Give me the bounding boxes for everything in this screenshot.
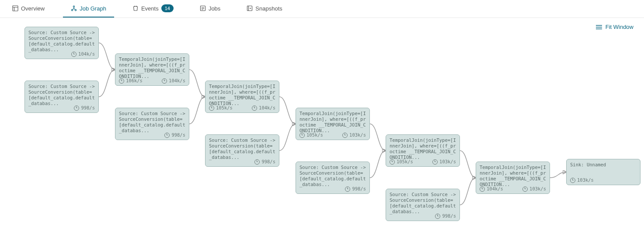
events-badge: 14 [161, 4, 174, 12]
node-title: Source: Custom Source -> SourceConversio… [119, 111, 185, 134]
tab-jobs[interactable]: Jobs [192, 0, 228, 18]
tab-label: Job Graph [80, 5, 106, 12]
clock-icon [74, 105, 79, 111]
graph-node-temporal-join[interactable]: TemporalJoin(joinType=[InnerJoin], where… [476, 162, 550, 194]
tabs-bar: Overview Job Graph Events 14 Jobs [0, 0, 644, 18]
overview-icon [12, 5, 18, 11]
tab-label: Jobs [209, 5, 220, 12]
clock-icon [435, 214, 440, 219]
events-icon [132, 5, 139, 11]
graph-node-temporal-join[interactable]: TemporalJoin(joinType=[InnerJoin], where… [296, 108, 370, 140]
node-rate-in: 105k/s [216, 105, 233, 111]
svg-rect-5 [247, 6, 252, 11]
node-title: Source: Custom Source -> SourceConversio… [299, 165, 366, 187]
tab-job-graph[interactable]: Job Graph [63, 0, 114, 18]
node-rate-out: 998/s [261, 159, 275, 165]
node-title: Source: Custom Source -> SourceConversio… [28, 84, 95, 106]
tab-label: Events [141, 5, 159, 12]
node-rate-in: 104k/s [487, 186, 503, 192]
clock-icon [480, 186, 485, 192]
node-rate-out: 998/s [442, 213, 456, 219]
clock-icon [254, 159, 260, 165]
graph-node-source[interactable]: Source: Custom Source -> SourceConversio… [205, 134, 279, 167]
node-rate-out: 103k/s [439, 159, 456, 165]
node-title: TemporalJoin(joinType=[InnerJoin], where… [480, 165, 546, 187]
clock-icon [252, 105, 257, 111]
node-title: Source: Custom Source -> SourceConversio… [390, 192, 456, 214]
graph-node-source[interactable]: Source: Custom Source -> SourceConversio… [296, 162, 370, 194]
graph-node-sink[interactable]: Sink: Unnamed 103k/s [566, 159, 641, 185]
node-rate-in: 106k/s [126, 78, 143, 84]
node-rate-out: 998/s [171, 132, 185, 138]
graph-canvas[interactable]: Fit Window Source: Custom Source -> Sour… [0, 18, 644, 225]
node-title: TemporalJoin(joinType=[InnerJoin], where… [209, 84, 275, 106]
graph-node-temporal-join[interactable]: TemporalJoin(joinType=[InnerJoin], where… [205, 81, 279, 113]
graph-node-temporal-join[interactable]: TemporalJoin(joinType=[InnerJoin], where… [115, 53, 189, 86]
node-rate-out: 103k/s [529, 186, 546, 192]
node-rate-out: 104k/s [169, 78, 185, 84]
clock-icon [71, 52, 77, 57]
svg-rect-0 [13, 6, 18, 11]
clock-icon [209, 105, 214, 111]
fit-window-button[interactable]: Fit Window [596, 24, 634, 30]
clock-icon [299, 133, 305, 138]
clock-icon [162, 78, 167, 84]
graph-node-temporal-join[interactable]: TemporalJoin(joinType=[InnerJoin], where… [386, 134, 460, 167]
clock-icon [390, 159, 395, 165]
clock-icon [432, 159, 438, 165]
clock-icon [342, 133, 348, 138]
jobs-icon [200, 5, 206, 11]
tab-events[interactable]: Events 14 [125, 0, 181, 18]
snapshots-icon [247, 5, 253, 11]
tab-label: Overview [21, 5, 45, 12]
graph-node-source[interactable]: Source: Custom Source -> SourceConversio… [24, 27, 99, 59]
svg-point-1 [73, 6, 75, 7]
clock-icon [570, 178, 575, 183]
graph-node-source[interactable]: Source: Custom Source -> SourceConversio… [386, 189, 460, 221]
clock-icon [345, 186, 350, 192]
node-rate-out: 103k/s [349, 132, 366, 138]
node-title: TemporalJoin(joinType=[InnerJoin], where… [119, 56, 185, 79]
clock-icon [522, 186, 528, 192]
node-rate-in: 105k/s [397, 159, 413, 165]
node-title: TemporalJoin(joinType=[InnerJoin], where… [299, 111, 366, 134]
node-title: Source: Custom Source -> SourceConversio… [209, 137, 275, 160]
tab-snapshots[interactable]: Snapshots [239, 0, 290, 18]
tab-overview[interactable]: Overview [4, 0, 52, 18]
graph-node-source[interactable]: Source: Custom Source -> SourceConversio… [115, 108, 189, 140]
node-rate-out: 104k/s [259, 105, 275, 111]
node-rate-in: 105k/s [306, 132, 323, 138]
tab-label: Snapshots [255, 5, 282, 12]
job-graph-icon [71, 5, 77, 11]
fit-window-label: Fit Window [606, 24, 634, 30]
clock-icon [119, 78, 124, 84]
node-rate-out: 998/s [81, 105, 95, 111]
node-rate-out: 104k/s [78, 51, 95, 57]
fit-window-icon [596, 25, 602, 30]
node-rate-out: 998/s [352, 186, 366, 192]
node-title: Sink: Unnamed [570, 162, 637, 168]
clock-icon [164, 133, 170, 138]
node-title: TemporalJoin(joinType=[InnerJoin], where… [390, 137, 456, 160]
node-title: Source: Custom Source -> SourceConversio… [28, 30, 95, 53]
svg-point-6 [250, 8, 251, 8]
node-rate-out: 103k/s [577, 177, 594, 183]
graph-node-source[interactable]: Source: Custom Source -> SourceConversio… [24, 81, 99, 113]
